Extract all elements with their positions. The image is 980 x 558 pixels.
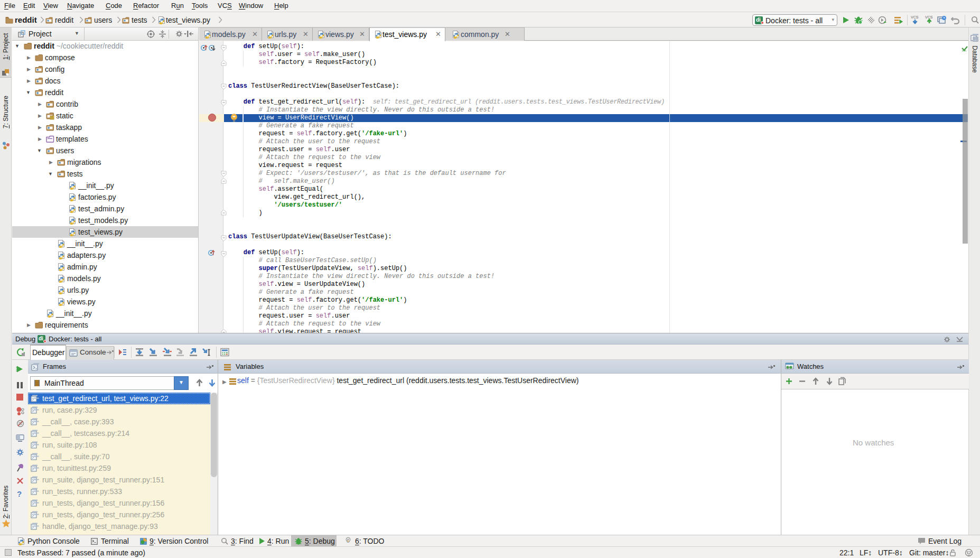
svg-text:VCS: VCS [925,15,933,19]
svg-text:VCS: VCS [911,15,919,19]
